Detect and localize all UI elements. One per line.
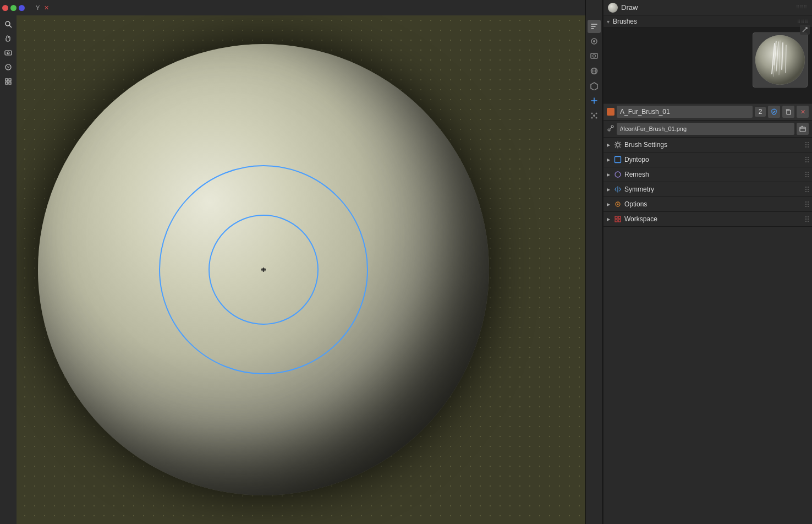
brush-settings-grip xyxy=(805,142,809,148)
workspace-label: Workspace xyxy=(624,215,803,223)
svg-rect-34 xyxy=(800,127,805,132)
workspace-section: ▶ Workspace xyxy=(603,212,812,227)
dyntopo-icon-el xyxy=(613,155,622,164)
left-toolbar xyxy=(0,15,17,524)
svg-rect-14 xyxy=(591,53,597,58)
svg-point-22 xyxy=(596,117,597,119)
svg-rect-36 xyxy=(615,157,621,163)
path-browse-btn[interactable] xyxy=(797,123,809,135)
blue-dot xyxy=(19,5,25,11)
brushes-label: Brushes xyxy=(613,18,795,25)
brush-count: 2 xyxy=(755,107,766,117)
panel-title: Draw xyxy=(621,3,638,12)
panel-header: Draw ⠿⠿⠿ xyxy=(603,0,812,15)
sculpt-tool-btn[interactable] xyxy=(2,61,15,74)
grab-tool-btn[interactable] xyxy=(2,32,15,45)
brush-thumb-section xyxy=(753,32,808,99)
render-props-icon[interactable] xyxy=(588,50,601,63)
svg-rect-8 xyxy=(6,79,8,81)
right-side: Draw ⠿⠿⠿ ▾ Brushes ⠿⠿⠿ xyxy=(585,0,812,524)
symmetry-row[interactable]: ▶ Symmetry xyxy=(603,182,812,197)
svg-point-39 xyxy=(617,204,619,205)
dyntopo-section: ▶ Dyntopo xyxy=(603,152,812,167)
svg-point-37 xyxy=(615,172,621,177)
svg-rect-9 xyxy=(9,79,11,81)
workspace-icon xyxy=(613,215,622,223)
brush-settings-row[interactable]: ▶ Brush Settings xyxy=(603,138,812,152)
svg-rect-5 xyxy=(5,51,12,55)
main-layout: Y ✕ xyxy=(0,0,812,524)
svg-point-18 xyxy=(593,114,595,117)
brushes-grip: ⠿⠿⠿ xyxy=(797,19,809,24)
path-icon xyxy=(607,124,615,134)
svg-line-27 xyxy=(786,45,786,73)
brush-settings-icon xyxy=(613,140,622,149)
object-props-icon[interactable] xyxy=(588,79,601,92)
svg-point-35 xyxy=(616,143,619,146)
symmetry-arrow: ▶ xyxy=(607,187,610,192)
workspace-arrow: ▶ xyxy=(607,217,610,222)
x-indicator: ✕ xyxy=(44,4,49,12)
brush-path-input[interactable] xyxy=(617,123,794,135)
red-dot xyxy=(2,5,8,11)
camera-tool-btn[interactable] xyxy=(2,46,15,59)
options-grip xyxy=(805,201,809,207)
brush-expand-btn[interactable] xyxy=(800,25,810,35)
svg-rect-30 xyxy=(787,110,791,114)
options-section: ▶ Options xyxy=(603,197,812,212)
right-panel: Draw ⠿⠿⠿ ▾ Brushes ⠿⠿⠿ xyxy=(603,0,812,524)
green-dot xyxy=(10,5,17,11)
remesh-label: Remesh xyxy=(624,171,803,178)
brush-shield-btn[interactable] xyxy=(768,106,780,118)
path-row xyxy=(603,121,812,138)
remesh-grip xyxy=(805,172,809,177)
svg-rect-41 xyxy=(618,216,621,219)
workspace-grip xyxy=(805,216,809,222)
svg-point-3 xyxy=(6,21,10,26)
svg-rect-43 xyxy=(618,220,621,222)
symmetry-section: ▶ Symmetry xyxy=(603,182,812,197)
remesh-section: ▶ Remesh xyxy=(603,167,812,182)
options-arrow: ▶ xyxy=(607,202,610,207)
dyntopo-arrow: ▶ xyxy=(607,157,610,162)
remesh-icon xyxy=(613,170,622,179)
svg-point-19 xyxy=(591,113,593,114)
brush-name-input[interactable] xyxy=(617,106,753,118)
remesh-arrow: ▶ xyxy=(607,172,610,177)
world-props-icon[interactable] xyxy=(588,64,601,78)
properties-icon[interactable] xyxy=(588,20,601,33)
brush-grid-area[interactable] xyxy=(608,32,748,99)
brush-settings-label: Brush Settings xyxy=(624,141,803,149)
brushes-collapse-arrow[interactable]: ▾ xyxy=(607,19,610,25)
remesh-row[interactable]: ▶ Remesh xyxy=(603,167,812,182)
brush-thumb-image xyxy=(755,35,805,85)
svg-point-20 xyxy=(596,113,597,114)
dyntopo-row[interactable]: ▶ Dyntopo xyxy=(603,152,812,167)
brush-delete-btn[interactable]: ✕ xyxy=(797,106,809,118)
brush-name-row: 2 ✕ xyxy=(603,103,812,121)
workspace-row[interactable]: ▶ Workspace xyxy=(603,212,812,226)
svg-point-15 xyxy=(593,54,596,57)
brushes-section: ▾ Brushes ⠿⠿⠿ xyxy=(603,15,812,138)
symmetry-label: Symmetry xyxy=(624,185,803,193)
scene-props-icon[interactable] xyxy=(588,35,601,48)
brush-color-swatch[interactable] xyxy=(607,108,615,116)
brush-copy-btn[interactable] xyxy=(782,106,794,118)
svg-rect-40 xyxy=(615,216,617,219)
particles-icon[interactable] xyxy=(588,109,601,122)
mode-label: Y xyxy=(36,4,40,11)
options-row[interactable]: ▶ Options xyxy=(603,197,812,211)
narrow-toolbar xyxy=(585,0,603,524)
search-tool-btn[interactable] xyxy=(2,18,15,31)
svg-rect-42 xyxy=(615,220,617,222)
symmetry-grip xyxy=(805,187,809,192)
viewport-area: Y ✕ xyxy=(0,0,585,524)
grid-tool-btn[interactable] xyxy=(2,75,15,88)
brush-thumbnail[interactable] xyxy=(753,32,808,88)
brushes-header: ▾ Brushes ⠿⠿⠿ xyxy=(603,15,812,28)
draw-brush-icon xyxy=(608,3,618,13)
dyntopo-label: Dyntopo xyxy=(624,156,803,163)
panel-grip-right: ⠿⠿⠿ xyxy=(796,5,808,10)
modifier-icon[interactable] xyxy=(588,94,601,107)
svg-point-21 xyxy=(591,117,593,119)
